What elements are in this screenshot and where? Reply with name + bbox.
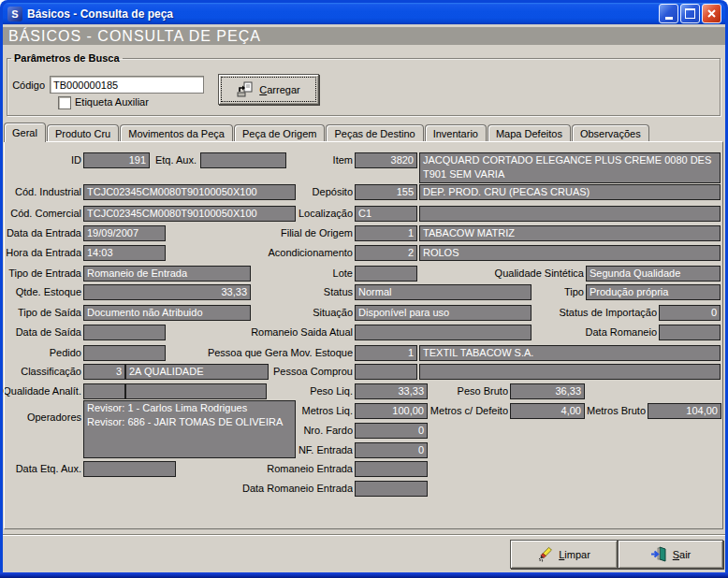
close-icon xyxy=(706,8,717,19)
tab-mapa-defeitos[interactable]: Mapa Defeitos xyxy=(488,124,571,142)
title-bar[interactable]: S Básicos - Consulta de peça xyxy=(3,3,725,24)
etiqueta-auxiliar-label: Etiqueta Auxiliar xyxy=(75,96,149,108)
etiqueta-auxiliar-checkbox[interactable] xyxy=(58,96,71,109)
maximize-button[interactable] xyxy=(680,4,700,23)
minimize-icon xyxy=(665,17,673,20)
minimize-button[interactable] xyxy=(659,4,678,23)
tab-peca-de-origem[interactable]: Peça de Origem xyxy=(234,124,325,142)
window-title: Básicos - Consulta de peça xyxy=(27,7,173,21)
clean-pencil-icon xyxy=(537,546,553,562)
limpar-button-label: Limpar xyxy=(559,549,590,560)
tab-pecas-de-destino[interactable]: Peças de Destino xyxy=(326,124,423,142)
load-page-icon xyxy=(237,81,254,97)
tab-produto-cru[interactable]: Produto Cru xyxy=(47,124,119,142)
tab-geral[interactable]: Geral xyxy=(4,123,46,142)
sair-button[interactable]: Sair xyxy=(618,540,723,569)
app-window: S Básicos - Consulta de peça BÁSICOS - C… xyxy=(0,0,728,578)
codigo-label: Código xyxy=(9,79,45,92)
tab-content-panel xyxy=(4,141,723,529)
exit-door-icon xyxy=(650,546,667,562)
window-bottom-border xyxy=(0,572,728,578)
limpar-button[interactable]: Limpar xyxy=(510,540,618,569)
tab-bar: Geral Produto Cru Movimentos da Peça Peç… xyxy=(4,123,650,142)
close-button[interactable] xyxy=(702,4,721,23)
app-icon: S xyxy=(7,7,22,22)
carregar-button[interactable]: Carregar xyxy=(218,74,319,105)
carregar-button-label: Carregar xyxy=(259,84,299,95)
window-controls xyxy=(659,4,721,23)
search-group-title: Parâmetros de Busca xyxy=(11,52,123,64)
tab-observacoes[interactable]: Observações xyxy=(572,124,649,142)
tab-inventario[interactable]: Inventario xyxy=(425,124,487,142)
tab-movimentos-da-peca[interactable]: Movimentos da Peça xyxy=(120,124,233,142)
maximize-icon xyxy=(685,8,695,19)
page-title: BÁSICOS - CONSULTA DE PEÇA xyxy=(3,27,725,45)
footer-divider xyxy=(3,534,725,536)
sair-button-label: Sair xyxy=(673,549,692,560)
codigo-input[interactable] xyxy=(50,76,204,94)
